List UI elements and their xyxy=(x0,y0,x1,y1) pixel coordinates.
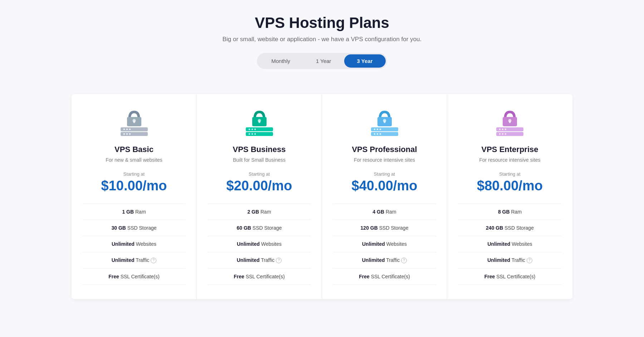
starting-at-label: Starting at xyxy=(458,171,562,177)
svg-point-5 xyxy=(126,128,127,130)
svg-point-43 xyxy=(505,133,506,135)
plan-card-business: VPS Business Built for Small Business St… xyxy=(197,94,322,299)
page-header: VPS Hosting Plans Big or small, website … xyxy=(7,14,637,83)
plan-card-professional: VPS Professional For resource intensive … xyxy=(322,94,447,299)
plan-features: 1 GB Ram 30 GB SSD Storage Unlimited Web… xyxy=(82,204,186,285)
starting-at-label: Starting at xyxy=(333,171,436,177)
plan-feature: 2 GB Ram xyxy=(208,204,311,220)
plan-price: $10.00/mo xyxy=(82,178,186,194)
plan-feature: Free SSL Certificate(s) xyxy=(333,269,436,285)
plan-name: VPS Professional xyxy=(333,145,436,154)
help-icon[interactable]: ? xyxy=(276,258,282,263)
plan-feature: Unlimited Websites xyxy=(333,236,436,252)
plans-grid: VPS Basic For new & small websites Start… xyxy=(72,94,572,299)
svg-point-10 xyxy=(129,133,130,135)
svg-point-41 xyxy=(499,133,501,135)
plan-tagline: For resource intensive sites xyxy=(333,157,436,163)
plan-feature: Unlimited Websites xyxy=(458,236,562,252)
svg-point-17 xyxy=(254,128,255,130)
plan-card-enterprise: VPS Enterprise For resource intensive si… xyxy=(447,94,572,299)
plan-tagline: For new & small websites xyxy=(82,157,186,163)
plan-feature: Free SSL Certificate(s) xyxy=(82,269,186,285)
plan-feature: 60 GB SSD Storage xyxy=(208,220,311,236)
svg-rect-24 xyxy=(384,121,385,123)
plan-name: VPS Business xyxy=(208,145,311,154)
toggle-1year[interactable]: 1 Year xyxy=(303,54,344,68)
svg-point-30 xyxy=(374,133,375,135)
svg-point-42 xyxy=(502,133,503,135)
plan-feature: Unlimited Traffic? xyxy=(208,252,311,269)
plan-tagline: For resource intensive sites xyxy=(458,157,562,163)
toggle-monthly[interactable]: Monthly xyxy=(258,54,303,68)
help-icon[interactable]: ? xyxy=(527,258,532,263)
plan-feature: 30 GB SSD Storage xyxy=(82,220,186,236)
plan-feature: Unlimited Websites xyxy=(82,236,186,252)
billing-toggle: Monthly 1 Year 3 Year xyxy=(257,53,387,69)
svg-point-4 xyxy=(123,128,125,130)
plan-feature: Unlimited Traffic? xyxy=(82,252,186,269)
svg-point-6 xyxy=(129,128,130,130)
svg-point-38 xyxy=(502,128,503,130)
svg-point-8 xyxy=(123,133,125,135)
starting-at-label: Starting at xyxy=(208,171,311,177)
svg-point-9 xyxy=(126,133,127,135)
plan-features: 4 GB Ram 120 GB SSD Storage Unlimited We… xyxy=(333,204,436,285)
svg-point-27 xyxy=(376,128,378,130)
plan-icon-basic xyxy=(120,108,148,137)
help-icon[interactable]: ? xyxy=(151,258,156,263)
plan-feature: 8 GB Ram xyxy=(458,204,562,220)
plan-price: $80.00/mo xyxy=(458,178,562,194)
svg-point-15 xyxy=(248,128,250,130)
svg-point-32 xyxy=(379,133,381,135)
svg-point-16 xyxy=(251,128,253,130)
plan-price: $20.00/mo xyxy=(208,178,311,194)
plan-icon-enterprise xyxy=(496,108,524,137)
starting-at-label: Starting at xyxy=(82,171,186,177)
svg-point-19 xyxy=(248,133,250,135)
svg-point-37 xyxy=(499,128,501,130)
svg-point-21 xyxy=(254,133,255,135)
plan-name: VPS Basic xyxy=(82,145,186,154)
svg-point-31 xyxy=(376,133,378,135)
page-subtitle: Big or small, website or application - w… xyxy=(7,36,637,43)
svg-point-20 xyxy=(251,133,253,135)
plan-feature: Free SSL Certificate(s) xyxy=(208,269,311,285)
plan-feature: Unlimited Traffic? xyxy=(458,252,562,269)
plan-feature: 1 GB Ram xyxy=(82,204,186,220)
plan-feature: 4 GB Ram xyxy=(333,204,436,220)
plan-tagline: Built for Small Business xyxy=(208,157,311,163)
plan-feature: Free SSL Certificate(s) xyxy=(458,269,562,285)
plan-name: VPS Enterprise xyxy=(458,145,562,154)
svg-rect-35 xyxy=(509,121,511,123)
svg-rect-13 xyxy=(258,121,260,123)
help-icon[interactable]: ? xyxy=(401,258,407,263)
svg-point-39 xyxy=(505,128,506,130)
plan-feature: 120 GB SSD Storage xyxy=(333,220,436,236)
plan-icon-business xyxy=(245,108,274,137)
page-title: VPS Hosting Plans xyxy=(7,14,637,31)
svg-rect-2 xyxy=(133,121,135,123)
plan-icon-professional xyxy=(370,108,399,137)
plan-card-basic: VPS Basic For new & small websites Start… xyxy=(72,94,197,299)
plan-feature: Unlimited Traffic? xyxy=(333,252,436,269)
plan-feature: Unlimited Websites xyxy=(208,236,311,252)
toggle-3year[interactable]: 3 Year xyxy=(344,54,386,68)
plan-features: 2 GB Ram 60 GB SSD Storage Unlimited Web… xyxy=(208,204,311,285)
plan-features: 8 GB Ram 240 GB SSD Storage Unlimited We… xyxy=(458,204,562,285)
svg-point-28 xyxy=(379,128,381,130)
plan-feature: 240 GB SSD Storage xyxy=(458,220,562,236)
svg-point-26 xyxy=(374,128,375,130)
plan-price: $40.00/mo xyxy=(333,178,436,194)
